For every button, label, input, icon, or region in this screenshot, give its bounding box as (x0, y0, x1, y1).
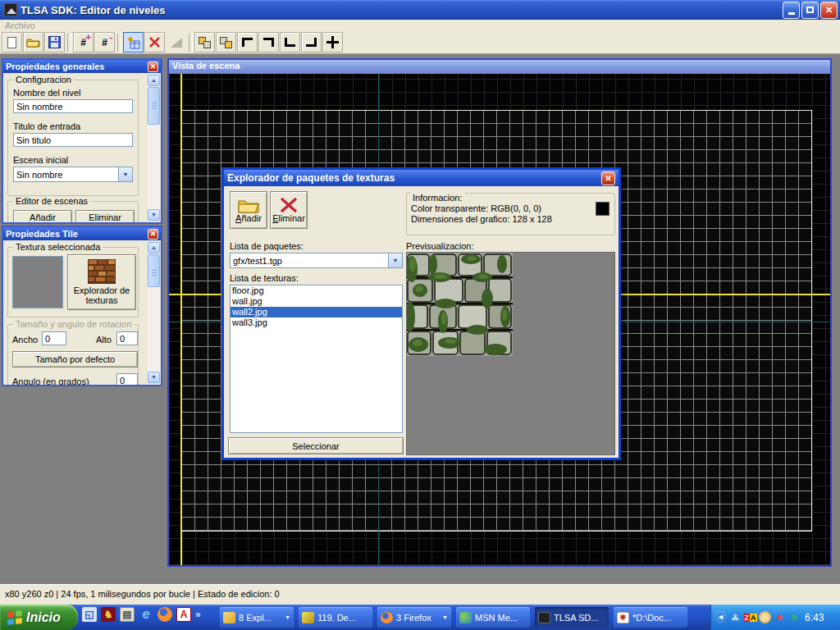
show-desktop-icon[interactable]: ◱ (82, 607, 97, 622)
scrollbar-thumb[interactable] (148, 254, 160, 287)
taskbar-task-tlsa[interactable]: TLSA SD... (535, 607, 609, 628)
task-label: 3 Firefox (396, 613, 431, 623)
tray-clock: 6:43 (805, 612, 824, 623)
firefox-icon[interactable] (158, 607, 172, 622)
crosshair-button[interactable] (322, 32, 343, 52)
toolbar: #+ #- (0, 31, 840, 54)
texture-browser-button-label-1: Explorador de (74, 285, 130, 295)
package-value: gfx/test1.tgp (233, 256, 282, 266)
status-text: x80 y260 z0 | 24 fps, 1 milisegundos por… (5, 589, 280, 599)
maximize-icon (806, 7, 814, 13)
save-icon (48, 36, 61, 48)
scroll-up-icon[interactable]: ▲ (148, 242, 160, 253)
initial-scene-combobox[interactable]: Sin nombre ▼ (13, 167, 133, 182)
taskbar-task-msn[interactable]: MSN Me... (456, 607, 530, 628)
general-properties-title: Propiedades generales (6, 62, 148, 71)
minimize-button[interactable] (783, 2, 800, 19)
package-add-button[interactable]: Añadir (230, 191, 267, 229)
new-file-button[interactable] (2, 32, 22, 52)
texture-listbox[interactable]: floor.jpg wall.jpg wall2.jpg wall3.jpg (230, 285, 403, 433)
dialog-titlebar[interactable]: Explorador de paquetes de texturas ✕ (224, 170, 619, 186)
grid-increase-button[interactable]: #+ (73, 32, 94, 52)
task-label: TLSA SD... (554, 613, 598, 623)
tile-properties-titlebar[interactable]: Propiedades Tile ✕ (3, 227, 161, 240)
corner-top-right-button[interactable] (258, 32, 279, 52)
entry-title-label: Titulo de entrada (13, 121, 80, 131)
scene-remove-button[interactable]: Eliminar (75, 210, 135, 222)
overflow-chevron-icon[interactable]: » (195, 609, 201, 620)
tile-properties-close-button[interactable]: ✕ (148, 229, 158, 240)
chevron-down-icon[interactable]: ▼ (118, 167, 132, 181)
update-arrows-icon[interactable]: ⇅ (788, 611, 801, 623)
list-item[interactable]: floor.jpg (231, 285, 402, 296)
width-input[interactable]: 0 (42, 331, 66, 345)
brick-texture-icon (88, 259, 116, 284)
texture-browser-button[interactable]: Explorador de texturas (67, 254, 136, 310)
general-properties-titlebar[interactable]: Propiedades generales ✕ (3, 60, 161, 73)
open-file-button[interactable] (23, 32, 43, 52)
angle-input[interactable]: 0 (116, 373, 138, 385)
tile-panel-scrollbar[interactable]: ▲ ▼ (148, 242, 160, 383)
clipboard-icon[interactable]: ▤ (120, 607, 135, 622)
height-input[interactable]: 0 (116, 331, 138, 345)
grid-decrease-button[interactable]: #- (94, 32, 115, 52)
list-item[interactable]: wall.jpg (231, 296, 402, 307)
send-backward-button[interactable] (194, 32, 215, 52)
window-title: TLSA SDK: Editor de niveles (21, 4, 783, 16)
select-button[interactable]: Seleccionar (228, 437, 404, 454)
dialog-close-button[interactable]: ✕ (601, 171, 615, 185)
scene-view-titlebar[interactable]: Vista de escena (169, 60, 830, 74)
list-item[interactable]: wall3.jpg (231, 317, 402, 328)
corner-bottom-left-button[interactable] (280, 32, 300, 52)
antivirus-icon[interactable]: ✱ (774, 611, 786, 623)
maximize-button[interactable] (801, 2, 819, 19)
scene-add-button[interactable]: Añadir (13, 210, 72, 222)
chevron-down-icon[interactable]: ▼ (388, 253, 402, 267)
clock-utility-icon[interactable] (759, 611, 771, 623)
default-size-button[interactable]: Tamaño por defecto (12, 351, 138, 368)
corner-top-left-button[interactable] (237, 32, 258, 52)
taskbar-task-119[interactable]: 119. De... (299, 607, 372, 628)
title-bar[interactable]: TLSA SDK: Editor de niveles ✕ (0, 0, 840, 20)
windows-logo-icon (7, 609, 23, 626)
list-item-selected[interactable]: wall2.jpg (231, 307, 402, 317)
task-label: *D:\Doc... (632, 613, 671, 623)
collapse-chevron-icon[interactable]: ◄ (714, 611, 727, 623)
taskbar-task-document[interactable]: ✱ *D:\Doc... (614, 607, 687, 628)
abiword-icon[interactable]: A (176, 607, 191, 622)
general-panel-scrollbar[interactable]: ▲ ▼ (148, 75, 160, 221)
taskbar-task-firefox[interactable]: 3 Firefox ▼ (377, 607, 451, 628)
bring-forward-button[interactable] (216, 32, 236, 52)
level-name-input[interactable]: Sin nombre (13, 99, 133, 113)
transparent-color-text: Color transparente: RGB(0, 0, 0) (411, 203, 541, 213)
packages-list-label: Lista de paquetes: (230, 241, 304, 251)
preview-label: Previsualizacion: (406, 241, 474, 251)
package-combobox[interactable]: gfx/test1.tgp ▼ (230, 253, 403, 268)
scroll-down-icon[interactable]: ▼ (148, 209, 160, 221)
start-button[interactable]: Inicio (0, 605, 78, 630)
general-properties-close-button[interactable]: ✕ (148, 62, 158, 72)
taskbar-task-explorer[interactable]: 8 Expl... ▼ (220, 607, 294, 628)
package-remove-button[interactable]: Eliminar (270, 191, 308, 229)
scroll-down-icon[interactable]: ▼ (148, 372, 160, 383)
close-button[interactable]: ✕ (820, 2, 838, 19)
zonealarm-icon[interactable]: ZA (744, 611, 756, 623)
save-button[interactable] (44, 32, 65, 52)
scroll-up-icon[interactable]: ▲ (148, 75, 160, 86)
general-properties-panel: Propiedades generales ✕ Configuracion No… (2, 58, 162, 224)
internet-explorer-icon[interactable]: e (139, 607, 153, 622)
delete-button[interactable] (144, 32, 165, 52)
document-icon: ✱ (617, 612, 629, 623)
size-rotation-group-label: Tamaño y angulo de rotacion (13, 319, 134, 329)
corner-bottom-right-button[interactable] (301, 32, 322, 52)
messenger-icon[interactable]: ♞ (101, 607, 116, 622)
menu-archivo[interactable]: Archivo (5, 21, 35, 30)
scrollbar-thumb[interactable] (148, 87, 160, 125)
add-tile-button[interactable] (123, 32, 144, 52)
close-icon: ✕ (150, 230, 157, 238)
dialog-title: Explorador de paquetes de texturas (227, 172, 601, 184)
network-icon[interactable]: 🖧 (729, 611, 742, 623)
entry-title-input[interactable]: Sin titulo (13, 133, 133, 147)
chevron-down-icon: ▼ (285, 614, 290, 620)
information-group-label: Informacion: (410, 193, 465, 203)
